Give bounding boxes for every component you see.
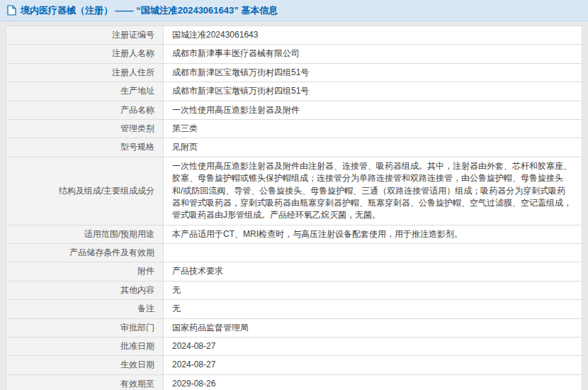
row-value: 第三类 xyxy=(164,119,582,138)
table-row: 审批部门 国家药品监督管理局 xyxy=(6,318,582,337)
row-value: 2024-08-27 xyxy=(164,356,582,374)
table-row: 有效期至 2029-08-26 xyxy=(6,374,582,390)
row-value: 产品技术要求 xyxy=(164,262,582,281)
row-value: 成都市新津事丰医疗器械有限公司 xyxy=(164,45,582,63)
page-header: 境内医疗器械（注册） —— “国城注准20243061643” 基本信息 xyxy=(0,0,588,21)
row-label: 产品名称 xyxy=(6,101,164,119)
table-row: 产品名称 一次性使用高压造影注射器及附件 xyxy=(6,101,582,119)
row-value: 见附页 xyxy=(164,138,582,157)
row-label: 备注 xyxy=(6,300,164,318)
table-row: 批准日期 2024-08-27 xyxy=(6,338,582,356)
table-row: 其他内容 无 xyxy=(6,281,582,299)
row-value: 成都市新津区宝墩镇万街村四组51号 xyxy=(164,82,582,101)
row-label: 注册人住所 xyxy=(6,63,164,82)
row-label: 有效期至 xyxy=(6,374,164,390)
row-value: 一次性使用高压造影注射器及附件由注射器、连接管、吸药器组成。其中，注射器由外套、… xyxy=(164,157,582,225)
table-row: 生效日期 2024-08-27 xyxy=(6,356,582,374)
table-row: 注册人名称 成都市新津事丰医疗器械有限公司 xyxy=(6,45,582,63)
row-label: 产品储存条件及有效期 xyxy=(6,244,164,262)
table-row: 管理类别 第三类 xyxy=(6,119,582,138)
row-value: 无 xyxy=(164,300,582,318)
table-row: 适用范围/预期用途 本产品适用于CT、MRI检查时，与高压注射设备配套使用，用于… xyxy=(6,225,582,243)
row-label: 注册证编号 xyxy=(6,26,164,45)
row-label: 附件 xyxy=(6,262,164,281)
row-label: 管理类别 xyxy=(6,119,164,138)
table-row: 结构及组成/主要组成成分 一次性使用高压造影注射器及附件由注射器、连接管、吸药器… xyxy=(6,157,582,225)
row-label: 适用范围/预期用途 xyxy=(6,225,164,243)
table-row: 附件 产品技术要求 xyxy=(6,262,582,281)
row-value: 成都市新津区宝墩镇万街村四组51号 xyxy=(164,63,582,82)
registration-info-table: 注册证编号 国城注准20243061643 注册人名称 成都市新津事丰医疗器械有… xyxy=(6,26,582,390)
table-row: 注册证编号 国城注准20243061643 xyxy=(6,26,582,45)
row-label: 生效日期 xyxy=(6,356,164,374)
table-row: 注册人住所 成都市新津区宝墩镇万街村四组51号 xyxy=(6,63,582,82)
row-label: 结构及组成/主要组成成分 xyxy=(6,157,164,225)
row-value: 2024-08-27 xyxy=(164,338,582,356)
row-value: 一次性使用高压造影注射器及附件 xyxy=(164,101,582,119)
page-title: 境内医疗器械（注册） —— “国城注准20243061643” 基本信息 xyxy=(21,4,278,17)
row-label: 审批部门 xyxy=(6,318,164,337)
table-row: 型号规格 见附页 xyxy=(6,138,582,157)
table-row: 生产地址 成都市新津区宝墩镇万街村四组51号 xyxy=(6,82,582,101)
row-value: 本产品适用于CT、MRI检查时，与高压注射设备配套使用，用于推注造影剂。 xyxy=(164,225,582,243)
row-label: 注册人名称 xyxy=(6,45,164,63)
row-value: 国家药品监督管理局 xyxy=(164,318,582,337)
row-value xyxy=(164,244,582,262)
table-row: 产品储存条件及有效期 xyxy=(6,244,582,262)
row-label: 批准日期 xyxy=(6,338,164,356)
row-label: 生产地址 xyxy=(6,82,164,101)
row-label: 其他内容 xyxy=(6,281,164,299)
row-value: 无 xyxy=(164,281,582,299)
row-label: 型号规格 xyxy=(6,138,164,157)
document-icon xyxy=(7,5,16,16)
table-row: 备注 无 xyxy=(6,300,582,318)
row-value: 国城注准20243061643 xyxy=(164,26,582,45)
row-value: 2029-08-26 xyxy=(164,374,582,390)
